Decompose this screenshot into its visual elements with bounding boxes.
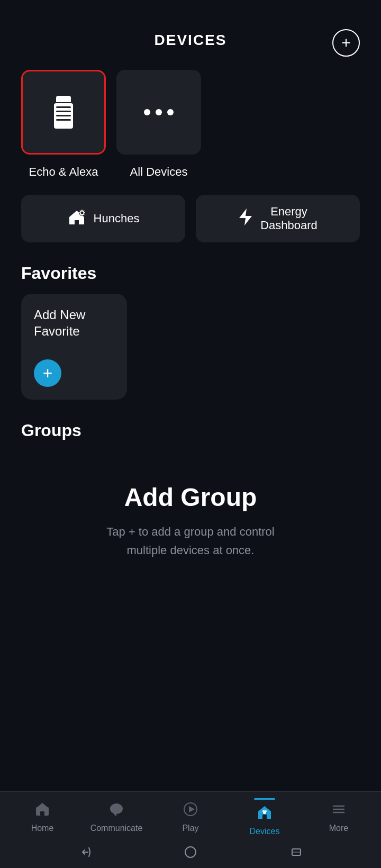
system-nav-bar	[0, 838, 381, 864]
all-devices-card[interactable]	[116, 70, 201, 155]
add-favorite-card[interactable]: Add NewFavorite +	[21, 294, 127, 400]
nav-item-more[interactable]: More	[312, 802, 365, 833]
svg-point-14	[263, 811, 266, 814]
svg-point-12	[110, 803, 123, 814]
nav-items-container: Home Communicate	[0, 798, 381, 836]
groups-section-title: Groups	[0, 415, 381, 451]
all-devices-label: All Devices	[116, 165, 201, 179]
more-icon	[331, 802, 346, 820]
all-devices-icon	[144, 109, 174, 115]
add-favorite-plus-icon: +	[43, 365, 53, 382]
nav-item-communicate[interactable]: Communicate	[90, 802, 143, 833]
hunches-button[interactable]: Hunches	[21, 195, 185, 242]
play-icon	[183, 802, 198, 820]
device-category-grid	[0, 59, 381, 160]
home-button[interactable]	[181, 843, 200, 862]
nav-item-play[interactable]: Play	[164, 802, 217, 833]
communicate-icon	[109, 802, 124, 820]
back-button[interactable]	[75, 843, 94, 862]
plus-icon: +	[341, 35, 351, 51]
feature-buttons-row: Hunches EnergyDashboard	[0, 189, 381, 258]
more-nav-label: More	[329, 824, 348, 833]
add-device-button[interactable]: +	[332, 29, 360, 57]
echo-alexa-card[interactable]	[21, 70, 106, 155]
svg-point-18	[185, 847, 196, 857]
active-indicator	[254, 798, 275, 800]
add-favorite-label: Add NewFavorite	[34, 306, 114, 339]
energy-dashboard-button[interactable]: EnergyDashboard	[196, 195, 360, 242]
energy-dashboard-label: EnergyDashboard	[260, 205, 318, 232]
play-nav-label: Play	[182, 824, 198, 833]
page-title: DEVICES	[155, 32, 227, 49]
svg-line-7	[83, 214, 84, 214]
hunches-label: Hunches	[94, 212, 140, 225]
svg-line-6	[79, 210, 80, 211]
echo-device-icon	[54, 96, 73, 129]
home-icon	[35, 802, 50, 820]
devices-nav-label: Devices	[250, 827, 280, 836]
hunches-icon	[67, 209, 86, 229]
lightning-icon	[238, 207, 253, 230]
nav-item-devices[interactable]: Devices	[238, 798, 291, 836]
add-favorite-circle: +	[34, 359, 61, 387]
bottom-navigation: Home Communicate	[0, 791, 381, 868]
svg-rect-11	[40, 811, 44, 816]
svg-line-9	[83, 210, 84, 211]
device-category-labels: Echo & Alexa All Devices	[0, 160, 381, 189]
page-header: DEVICES +	[0, 0, 381, 59]
recents-button[interactable]	[287, 843, 306, 862]
communicate-nav-label: Communicate	[90, 824, 143, 833]
favorites-section-title: Favorites	[0, 258, 381, 294]
add-group-container: Add Group Tap + to add a group and contr…	[0, 451, 381, 591]
echo-alexa-label: Echo & Alexa	[21, 165, 106, 179]
add-group-title: Add Group	[124, 483, 257, 512]
home-nav-label: Home	[31, 824, 54, 833]
nav-item-home[interactable]: Home	[16, 802, 69, 833]
devices-icon	[257, 805, 272, 824]
add-group-description: Tap + to add a group and control multipl…	[90, 522, 291, 559]
favorites-grid: Add NewFavorite +	[0, 294, 381, 415]
svg-line-8	[79, 214, 80, 214]
